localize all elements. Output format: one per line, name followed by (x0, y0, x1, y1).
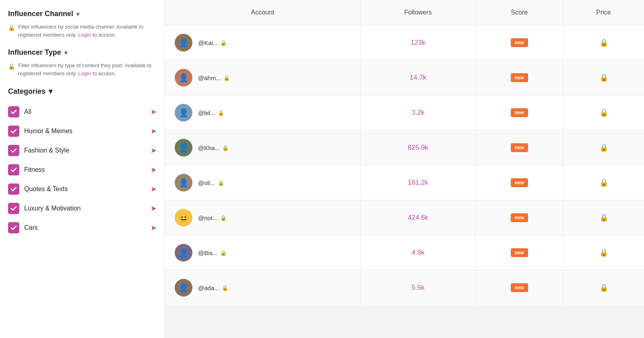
price-cell-1: 🔒 (563, 25, 644, 60)
table-row: 👤 @bil... 🔒 3.2knew🔒 (165, 95, 644, 130)
col-header-account: Account (165, 0, 360, 25)
main-content: AccountFollowersScorePrice 👤 @Kai... 🔒 1… (165, 0, 644, 338)
account-cell-6: 😆 @not... 🔒 (165, 200, 360, 235)
category-label-humor-memes: Humor & Memes (24, 128, 146, 135)
col-header-score: Score (476, 0, 563, 25)
col-header-followers: Followers (360, 0, 476, 25)
chevron-down-icon: ▾ (64, 49, 67, 56)
influencer-type-info: 🔒 Filter influencers by type of content … (8, 62, 157, 77)
followers-cell-8: 5.5k (360, 270, 476, 305)
category-arrow-luxury-motivation[interactable]: ➤ (151, 204, 157, 213)
category-arrow-cars[interactable]: ➤ (151, 223, 157, 232)
category-arrow-quotes-texts[interactable]: ➤ (151, 185, 157, 194)
score-badge-8: new (511, 283, 528, 292)
account-cell-4: 👤 @Kha... 🔒 (165, 130, 360, 165)
lock-icon: 🔒 (218, 180, 224, 186)
account-name-2: @ahm... 🔒 (198, 74, 230, 81)
category-arrow-fashion-style[interactable]: ➤ (151, 146, 157, 155)
score-cell-8: new (476, 270, 563, 305)
category-checkbox-all[interactable] (8, 106, 19, 117)
account-name-8: @ada... 🔒 (198, 284, 228, 291)
score-badge-1: new (511, 38, 528, 47)
category-arrow-humor-memes[interactable]: ➤ (151, 127, 157, 136)
followers-value-6: 424.6k (408, 214, 428, 221)
followers-value-1: 123k (411, 39, 425, 46)
influencer-channel-title: Influencer Channel (8, 10, 73, 18)
avatar: 👤 (175, 279, 192, 297)
price-lock-icon: 🔒 (599, 39, 608, 47)
account-cell-2: 👤 @ahm... 🔒 (165, 60, 360, 95)
score-cell-3: new (476, 95, 563, 130)
influencer-channel-info: 🔒 Filter influencers by social media cha… (8, 23, 157, 39)
category-item-luxury-motivation[interactable]: Luxury & Motivation ➤ (8, 199, 157, 218)
lock-icon: 🔒 (220, 250, 227, 256)
lock-icon: 🔒 (220, 215, 227, 221)
category-checkbox-quotes-texts[interactable] (8, 183, 19, 195)
price-lock-icon: 🔒 (599, 144, 608, 152)
score-cell-6: new (476, 200, 563, 235)
type-login-link[interactable]: Login (78, 70, 91, 76)
account-cell-8: 👤 @ada... 🔒 (165, 270, 360, 305)
category-checkbox-cars[interactable] (8, 222, 19, 233)
avatar: 👤 (175, 244, 192, 262)
account-info-1: 👤 @Kai... 🔒 (165, 25, 360, 60)
lock-icon: 🔒 (8, 62, 15, 71)
account-info-8: 👤 @ada... 🔒 (165, 270, 360, 305)
category-arrow-fitness[interactable]: ➤ (151, 165, 157, 174)
followers-cell-1: 123k (360, 25, 476, 60)
account-name-5: @oli... 🔒 (198, 179, 224, 186)
price-lock-icon: 🔒 (599, 179, 608, 187)
chevron-down-icon: ▾ (76, 11, 79, 17)
chevron-down-icon: ▾ (49, 87, 52, 96)
followers-cell-4: 825.9k (360, 130, 476, 165)
score-badge-4: new (511, 143, 528, 152)
influencer-type-filter[interactable]: Influencer Type ▾ (8, 48, 157, 57)
score-cell-2: new (476, 60, 563, 95)
account-name-1: @Kai... 🔒 (198, 39, 227, 46)
sidebar: Influencer Channel ▾ 🔒 Filter influencer… (0, 0, 165, 338)
account-name-4: @Kha... 🔒 (198, 144, 229, 151)
category-checkbox-luxury-motivation[interactable] (8, 203, 19, 214)
table-row: 👤 @Bis... 🔒 4.9knew🔒 (165, 235, 644, 270)
table-body: 👤 @Kai... 🔒 123knew🔒 👤 @ahm... 🔒 14.7kne… (165, 25, 644, 305)
category-item-humor-memes[interactable]: Humor & Memes ➤ (8, 122, 157, 141)
category-item-all[interactable]: All ➤ (8, 102, 157, 122)
price-cell-3: 🔒 (563, 95, 644, 130)
categories-filter[interactable]: Categories ▾ (8, 87, 157, 96)
category-checkbox-fashion-style[interactable] (8, 145, 19, 156)
followers-value-5: 161.2k (408, 179, 428, 186)
followers-cell-3: 3.2k (360, 95, 476, 130)
account-info-5: 👤 @oli... 🔒 (165, 165, 360, 200)
channel-login-link[interactable]: Login (78, 32, 91, 38)
price-lock-icon: 🔒 (599, 214, 608, 222)
category-checkbox-humor-memes[interactable] (8, 126, 19, 137)
avatar: 👤 (175, 69, 192, 87)
price-lock-icon: 🔒 (599, 109, 608, 117)
influencer-type-title: Influencer Type (8, 48, 61, 57)
category-label-fitness: Fitness (24, 166, 146, 173)
score-badge-7: new (511, 248, 528, 257)
price-cell-8: 🔒 (563, 270, 644, 305)
score-badge-2: new (511, 73, 528, 82)
category-item-cars[interactable]: Cars ➤ (8, 218, 157, 237)
category-item-fitness[interactable]: Fitness ➤ (8, 160, 157, 179)
influencers-table: AccountFollowersScorePrice 👤 @Kai... 🔒 1… (165, 0, 644, 305)
influencer-channel-filter[interactable]: Influencer Channel ▾ (8, 10, 157, 18)
category-checkbox-fitness[interactable] (8, 164, 19, 175)
category-item-fashion-style[interactable]: Fashion & Style ➤ (8, 141, 157, 160)
followers-value-4: 825.9k (408, 144, 428, 151)
avatar: 👤 (175, 139, 192, 157)
category-arrow-all[interactable]: ➤ (151, 107, 157, 116)
account-cell-7: 👤 @Bis... 🔒 (165, 235, 360, 270)
followers-value-8: 5.5k (412, 284, 425, 291)
lock-icon: 🔒 (8, 24, 15, 32)
price-lock-icon: 🔒 (599, 74, 608, 82)
score-badge-5: new (511, 178, 528, 187)
categories-title-text: Categories (8, 87, 45, 96)
category-item-quotes-texts[interactable]: Quotes & Texts ➤ (8, 179, 157, 199)
price-cell-6: 🔒 (563, 200, 644, 235)
lock-icon: 🔒 (222, 285, 228, 291)
followers-cell-5: 161.2k (360, 165, 476, 200)
account-info-3: 👤 @bil... 🔒 (165, 95, 360, 130)
followers-value-2: 14.7k (410, 74, 427, 81)
